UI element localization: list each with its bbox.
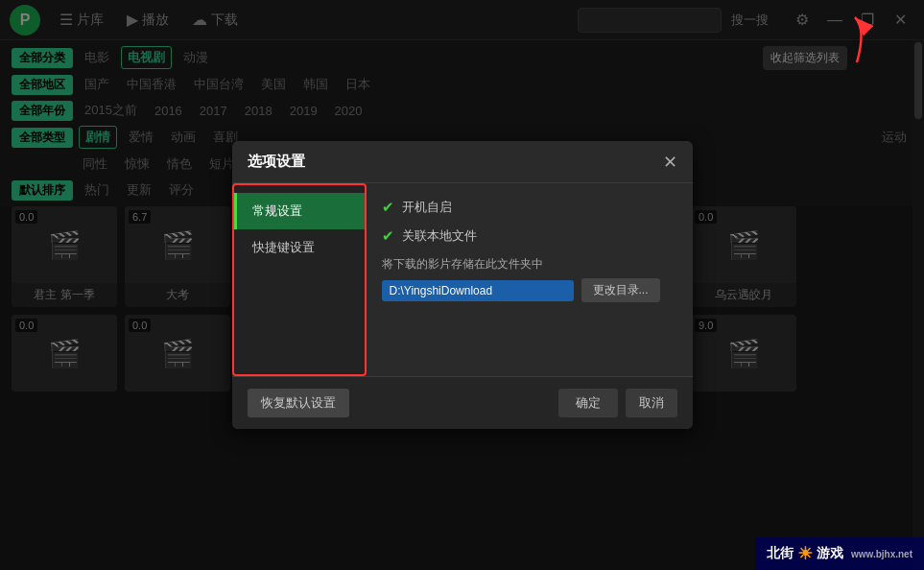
localfiles-checkbox[interactable]: ✔ <box>382 227 394 245</box>
download-path-input[interactable] <box>382 280 574 301</box>
change-dir-button[interactable]: 更改目录... <box>581 278 660 302</box>
download-path-row: 更改目录... <box>382 278 677 302</box>
watermark-url: www.bjhx.net <box>851 549 912 559</box>
sidebar-item-general[interactable]: 常规设置 <box>234 193 365 229</box>
sidebar-item-shortcuts[interactable]: 快捷键设置 <box>234 229 365 266</box>
settings-modal: 选项设置 ✕ 常规设置 快捷键设置 ✔ 开机自启 ✔ 关联本地文件 将下载的影片… <box>232 141 693 429</box>
ok-button[interactable]: 确定 <box>558 389 618 417</box>
watermark-sun-icon: ☀ <box>797 543 813 564</box>
autostart-label: 开机自启 <box>402 199 452 216</box>
modal-close-button[interactable]: ✕ <box>663 154 677 171</box>
footer-action-buttons: 确定 取消 <box>558 389 677 417</box>
reset-defaults-button[interactable]: 恢复默认设置 <box>248 389 349 417</box>
modal-header: 选项设置 ✕ <box>232 141 693 183</box>
modal-title: 选项设置 <box>248 153 305 171</box>
localfiles-label: 关联本地文件 <box>402 227 477 245</box>
watermark: 北街 ☀ 游戏 www.bjhx.net <box>755 537 924 570</box>
watermark-text2: 游戏 <box>817 545 843 562</box>
local-files-row: ✔ 关联本地文件 <box>382 227 677 245</box>
modal-footer: 恢复默认设置 确定 取消 <box>232 376 693 429</box>
modal-settings-content: ✔ 开机自启 ✔ 关联本地文件 将下载的影片存储在此文件夹中 更改目录... <box>367 183 693 376</box>
autostart-checkbox[interactable]: ✔ <box>382 199 394 216</box>
modal-body: 常规设置 快捷键设置 ✔ 开机自启 ✔ 关联本地文件 将下载的影片存储在此文件夹… <box>232 183 693 376</box>
modal-sidebar: 常规设置 快捷键设置 <box>232 183 367 376</box>
cancel-button[interactable]: 取消 <box>626 389 677 417</box>
autostart-row: ✔ 开机自启 <box>382 199 677 216</box>
modal-overlay: 选项设置 ✕ 常规设置 快捷键设置 ✔ 开机自启 ✔ 关联本地文件 将下载的影片… <box>0 0 924 570</box>
download-path-label: 将下载的影片存储在此文件夹中 <box>382 256 677 273</box>
watermark-text1: 北街 <box>767 545 794 562</box>
